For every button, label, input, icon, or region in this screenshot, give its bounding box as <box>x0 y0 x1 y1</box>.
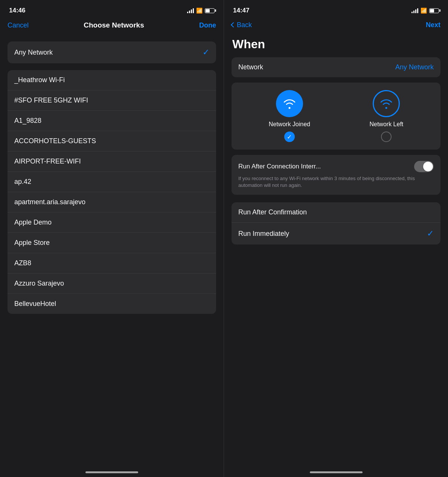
any-network-section: Any Network ✓ <box>8 41 216 63</box>
left-nav-bar: Cancel Choose Networks Done <box>0 19 224 34</box>
network-left-label: Network Left <box>369 121 403 128</box>
any-network-item[interactable]: Any Network ✓ <box>8 41 216 63</box>
wifi-left-icon <box>379 98 393 109</box>
signal-icon <box>187 8 194 13</box>
next-button[interactable]: Next <box>426 21 440 29</box>
left-status-bar: 14:46 📶 <box>0 0 224 19</box>
battery-icon <box>205 8 215 13</box>
list-item[interactable]: Apple Store <box>8 233 216 253</box>
list-item[interactable]: ACCORHOTELS-GUESTS <box>8 131 216 151</box>
toggle-description: If you reconnect to any Wi-Fi network wi… <box>238 175 434 189</box>
done-button[interactable]: Done <box>199 21 216 29</box>
right-nav-bar: Back Next <box>224 19 448 34</box>
any-network-checkmark: ✓ <box>203 47 209 57</box>
list-item[interactable]: ap.42 <box>8 172 216 192</box>
list-item[interactable]: apartment.aria.sarajevo <box>8 192 216 213</box>
run-immediately-checkmark: ✓ <box>427 229 434 238</box>
network-joined-label: Network Joined <box>269 121 310 128</box>
run-after-confirmation-row[interactable]: Run After Confirmation <box>232 202 440 223</box>
list-item[interactable]: _Heathrow Wi-Fi <box>8 70 216 90</box>
chevron-left-icon <box>231 22 236 27</box>
when-title: When <box>224 34 448 57</box>
list-item[interactable]: #SFO FREE 5GHZ WIFI <box>8 90 216 111</box>
left-home-indicator <box>85 471 138 473</box>
toggle-card: Run After Connection Interr... If you re… <box>232 155 440 195</box>
wifi-icon: 📶 <box>196 8 203 14</box>
left-nav-title: Choose Networks <box>84 21 144 29</box>
battery-icon <box>429 8 439 13</box>
network-left-check <box>381 131 392 142</box>
network-left-option[interactable]: Network Left <box>369 90 403 142</box>
left-status-icons: 📶 <box>187 8 215 14</box>
list-item[interactable]: Azzuro Sarajevo <box>8 274 216 294</box>
right-phone: 14:47 📶 Back Next When Network Any Netwo <box>224 0 448 477</box>
list-item[interactable]: AZB8 <box>8 253 216 274</box>
left-phone: 14:46 📶 Cancel Choose Networks Done Any … <box>0 0 224 477</box>
toggle-knob <box>423 162 433 171</box>
toggle-row: Run After Connection Interr... <box>238 161 434 172</box>
wifi-icon: 📶 <box>421 8 427 14</box>
any-network-label: Any Network <box>14 49 53 57</box>
right-home-indicator <box>310 471 363 473</box>
run-options-card: Run After Confirmation Run Immediately ✓ <box>232 202 440 245</box>
network-joined-check: ✓ <box>284 131 295 142</box>
list-item[interactable]: A1_9828 <box>8 111 216 131</box>
right-status-bar: 14:47 📶 <box>224 0 448 19</box>
left-time: 14:46 <box>9 7 25 14</box>
network-label: Network <box>238 63 263 71</box>
wifi-joined-icon <box>282 98 297 109</box>
wifi-left-circle <box>373 90 400 117</box>
toggle-label: Run After Connection Interr... <box>238 163 410 170</box>
run-immediately-label: Run Immediately <box>238 230 289 238</box>
wifi-joined-circle <box>276 90 303 117</box>
left-home-indicator-area <box>0 471 224 477</box>
run-after-label: Run After Confirmation <box>238 208 307 216</box>
network-joined-option[interactable]: Network Joined ✓ <box>269 90 310 142</box>
signal-icon <box>411 8 418 13</box>
right-home-indicator-area <box>224 471 448 477</box>
cancel-button[interactable]: Cancel <box>8 21 29 29</box>
list-item[interactable]: Apple Demo <box>8 213 216 233</box>
trigger-card: Network Joined ✓ Network Left <box>232 83 440 150</box>
network-value: Any Network <box>395 63 434 71</box>
back-button[interactable]: Back <box>232 21 252 29</box>
list-item[interactable]: AIRPORT-FREE-WIFI <box>8 151 216 172</box>
network-setting-card: Network Any Network <box>232 57 440 77</box>
right-status-icons: 📶 <box>411 8 439 14</box>
run-after-toggle[interactable] <box>414 161 434 172</box>
run-immediately-row[interactable]: Run Immediately ✓ <box>232 223 440 245</box>
networks-list: _Heathrow Wi-Fi #SFO FREE 5GHZ WIFI A1_9… <box>8 70 216 314</box>
network-row[interactable]: Network Any Network <box>232 57 440 77</box>
list-item-truncated[interactable]: BellevueHotel <box>8 294 216 314</box>
right-time: 14:47 <box>233 7 249 14</box>
